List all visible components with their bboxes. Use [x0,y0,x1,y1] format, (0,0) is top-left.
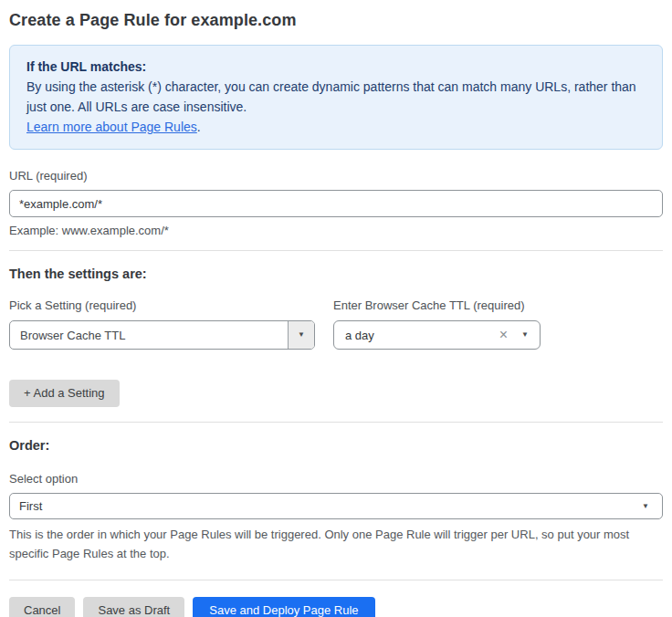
pick-setting-label: Pick a Setting (required) [9,298,315,312]
ttl-value: a day [345,329,499,342]
page-title: Create a Page Rule for example.com [9,11,663,30]
chevron-down-icon: ▼ [298,331,305,339]
add-setting-button[interactable]: + Add a Setting [9,380,120,407]
divider-settings-order [9,422,663,423]
url-match-info-box: If the URL matches: By using the asteris… [9,45,663,150]
url-input[interactable] [9,190,663,217]
link-period: . [197,120,201,134]
save-and-deploy-button[interactable]: Save and Deploy Page Rule [193,597,374,617]
ttl-label: Enter Browser Cache TTL (required) [333,298,541,312]
info-box-body-text: By using the asterisk (*) character, you… [26,79,636,114]
chevron-down-icon: ▼ [642,503,649,510]
create-page-rule-form: Create a Page Rule for example.com If th… [0,0,672,617]
url-example-helper: Example: www.example.com/* [9,224,663,237]
info-box-body: By using the asterisk (*) character, you… [26,77,646,117]
info-box-heading: If the URL matches: [26,57,646,77]
info-box-link-line: Learn more about Page Rules. [26,117,646,137]
settings-section-heading: Then the settings are: [9,267,663,281]
url-field-label: URL (required) [9,169,663,183]
clear-icon[interactable]: × [499,328,508,342]
pick-setting-value: Browser Cache TTL [10,321,288,349]
chevron-down-icon: ▼ [521,331,529,339]
settings-row: Pick a Setting (required) Browser Cache … [9,281,663,350]
order-select-value: First [19,499,642,513]
pick-setting-select[interactable]: Browser Cache TTL ▼ [9,320,315,350]
divider-footer [9,580,663,580]
ttl-combobox[interactable]: a day × ▼ [333,320,541,350]
order-section-heading: Order: [9,438,663,453]
learn-more-link[interactable]: Learn more about Page Rules [26,120,197,134]
save-as-draft-button[interactable]: Save as Draft [83,597,184,617]
cancel-button[interactable]: Cancel [9,597,75,617]
footer-actions: Cancel Save as Draft Save and Deploy Pag… [9,597,663,617]
order-select[interactable]: First ▼ [9,493,663,519]
ttl-column: Enter Browser Cache TTL (required) a day… [333,281,541,350]
order-help-text: This is the order in which your Page Rul… [9,525,663,563]
pick-setting-column: Pick a Setting (required) Browser Cache … [9,281,315,350]
pick-setting-arrow-segment[interactable]: ▼ [288,321,314,349]
order-select-label: Select option [9,472,663,486]
divider-url-settings [9,250,663,251]
